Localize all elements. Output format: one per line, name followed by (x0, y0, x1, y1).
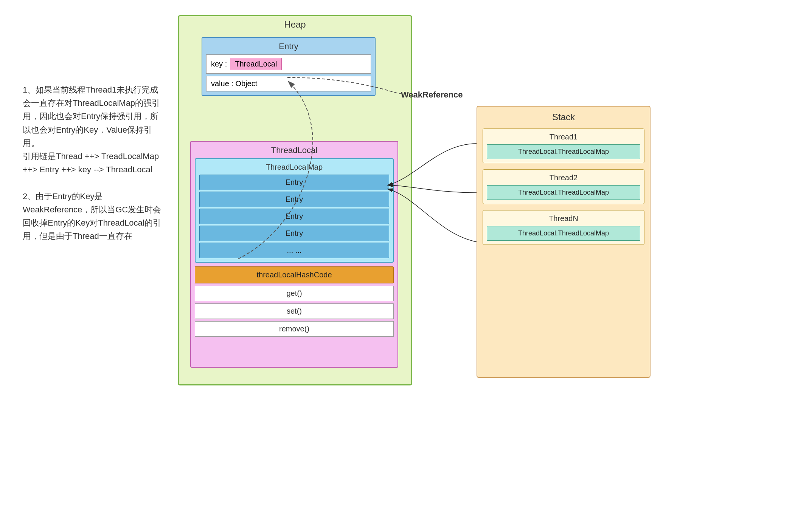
key-text: key : (211, 60, 227, 68)
threadn-map: ThreadLocal.ThreadLocalMap (487, 226, 640, 241)
entry-item-4: Entry (199, 226, 389, 241)
threadlocal-label: ThreadLocal (195, 145, 394, 155)
thread2-map: ThreadLocal.ThreadLocalMap (487, 185, 640, 200)
entry-heap-box: Entry key : ThreadLocal value : Object (202, 37, 376, 96)
entry-item-3: Entry (199, 209, 389, 224)
threadlocal-badge: ThreadLocal (230, 58, 282, 70)
threadlocal-box: ThreadLocal ThreadLocalMap Entry Entry E… (190, 141, 398, 368)
diagram-container: 1、如果当前线程Thread1未执行完成会一直存在对ThreadLocalMap… (0, 0, 812, 523)
weak-reference-label: WeakReference (401, 90, 463, 100)
thread1-name: Thread1 (487, 133, 640, 141)
threadn-name: ThreadN (487, 214, 640, 223)
thread2-name: Thread2 (487, 173, 640, 182)
entry-heap-label: Entry (206, 42, 371, 51)
heap-box: Heap Entry key : ThreadLocal value : Obj… (178, 15, 412, 385)
threadn-group: ThreadN ThreadLocal.ThreadLocalMap (483, 210, 644, 245)
thread2-group: Thread2 ThreadLocal.ThreadLocalMap (483, 169, 644, 204)
annotation-text: 1、如果当前线程Thread1未执行完成会一直存在对ThreadLocalMap… (23, 83, 166, 243)
value-row: value : Object (206, 76, 371, 91)
stack-label: Stack (483, 112, 644, 122)
entry-item-2: Entry (199, 192, 389, 207)
method-remove: remove() (195, 321, 394, 337)
thread1-map: ThreadLocal.ThreadLocalMap (487, 144, 640, 159)
method-get: get() (195, 286, 394, 301)
tlmap-label: ThreadLocalMap (199, 163, 389, 172)
key-row: key : ThreadLocal (206, 54, 371, 74)
method-set: set() (195, 303, 394, 319)
stack-box: Stack Thread1 ThreadLocal.ThreadLocalMap… (477, 106, 651, 378)
entry-item-1: Entry (199, 175, 389, 190)
tlmap-box: ThreadLocalMap Entry Entry Entry Entry .… (195, 158, 394, 263)
hash-code-btn: threadLocalHashCode (195, 266, 394, 283)
heap-label: Heap (179, 16, 411, 31)
entry-dots: ... ... (199, 243, 389, 258)
thread1-group: Thread1 ThreadLocal.ThreadLocalMap (483, 128, 644, 163)
